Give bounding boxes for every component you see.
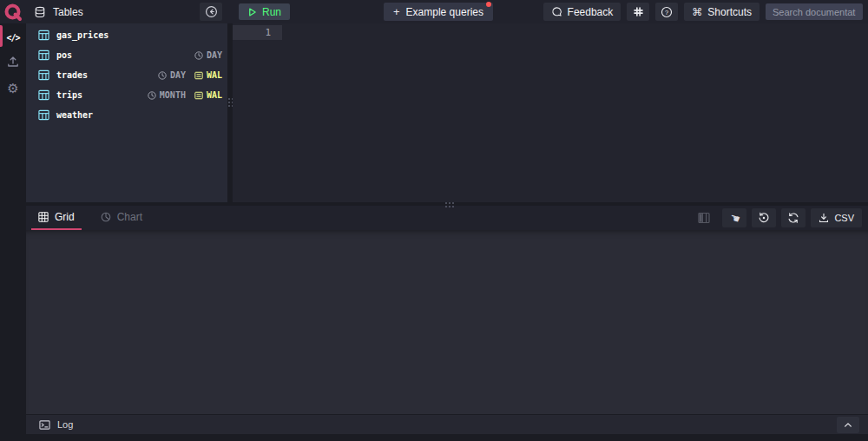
tables-list: gas_prices pos — [26, 23, 227, 202]
table-row-pos[interactable]: pos DAY — [26, 45, 227, 65]
code-icon: </> — [6, 33, 19, 43]
terminal-icon — [39, 419, 50, 431]
history-icon — [758, 212, 770, 224]
slack-icon — [633, 6, 644, 17]
wal-badge: WAL — [194, 70, 222, 80]
toggle-columns-icon — [698, 212, 710, 224]
example-queries-button[interactable]: + Example queries — [384, 3, 493, 21]
left-rail: </> ⚙ — [0, 23, 26, 441]
line-number: 1 — [265, 27, 271, 38]
active-rail-indicator — [0, 25, 3, 47]
upper-zone: gas_prices pos — [26, 23, 868, 202]
questdb-logo-icon — [3, 3, 23, 22]
editor-toolbar: Run + Example queries Feedback — [227, 0, 868, 23]
top-bar: Tables Run + Example queries — [0, 0, 868, 23]
partition-label: DAY — [170, 70, 186, 80]
notification-dot — [486, 2, 491, 7]
partition-badge: MONTH — [148, 90, 186, 100]
expand-log-button[interactable] — [837, 417, 859, 433]
refresh-button[interactable] — [781, 208, 806, 227]
chart-icon — [101, 212, 111, 222]
wal-icon — [194, 71, 203, 80]
plus-icon: + — [393, 5, 400, 18]
table-name: weather — [56, 110, 93, 120]
clock-icon — [158, 71, 167, 80]
topbar-right-group: Feedback ? ⌘ — [543, 3, 868, 21]
jump-to-cursor-button[interactable]: ☛ — [722, 208, 746, 227]
sql-editor[interactable]: 1 — [233, 23, 868, 202]
rail-item-console[interactable]: </> — [0, 26, 26, 49]
rail-item-import[interactable] — [0, 50, 26, 73]
table-icon — [38, 109, 49, 121]
log-bar[interactable]: Log — [26, 414, 868, 434]
partition-badge: DAY — [158, 70, 186, 80]
table-icon — [38, 89, 49, 101]
results-toolbar: Grid Chart — [26, 206, 868, 230]
play-icon — [247, 7, 257, 17]
refresh-icon — [787, 212, 799, 224]
feedback-label: Feedback — [568, 6, 614, 18]
partition-label: MONTH — [160, 90, 186, 100]
results-grid-viewport[interactable] — [26, 230, 868, 414]
help-button[interactable]: ? — [655, 3, 678, 21]
run-button[interactable]: Run — [239, 3, 290, 20]
download-csv-button[interactable]: CSV — [811, 208, 862, 227]
table-name: trades — [56, 70, 88, 80]
questdb-logo[interactable] — [0, 0, 26, 23]
rail-item-settings[interactable]: ⚙ — [0, 76, 26, 99]
main-column: gas_prices pos — [26, 23, 868, 441]
results-panel: Grid Chart — [26, 206, 868, 414]
shortcuts-button[interactable]: ⌘ Shortcuts — [684, 3, 760, 21]
shortcuts-label: Shortcuts — [707, 6, 752, 18]
clock-icon — [194, 51, 203, 60]
table-name: trips — [56, 90, 82, 100]
table-row-gas-prices[interactable]: gas_prices — [26, 25, 227, 45]
horizontal-splitter[interactable] — [26, 202, 868, 206]
results-toolbar-right: ☛ — [698, 208, 862, 227]
table-row-weather[interactable]: weather — [26, 105, 227, 125]
partition-label: DAY — [207, 50, 222, 60]
bottom-strip — [26, 434, 868, 441]
speech-bubble-icon — [551, 6, 562, 17]
grid-tab-label: Grid — [55, 211, 75, 223]
database-icon — [34, 6, 46, 18]
clock-icon — [148, 91, 156, 100]
csv-button-label: CSV — [834, 213, 854, 223]
partition-badge: DAY — [194, 50, 222, 60]
table-icon — [38, 49, 49, 61]
slack-button[interactable] — [627, 3, 649, 21]
wal-label: WAL — [207, 70, 222, 80]
search-documentation-input[interactable] — [766, 3, 863, 20]
upload-icon — [7, 56, 19, 68]
collapse-tables-panel-button[interactable] — [200, 3, 222, 21]
feedback-button[interactable]: Feedback — [543, 3, 621, 21]
example-queries-label: Example queries — [406, 6, 483, 18]
table-icon — [38, 69, 49, 81]
tables-panel-title: Tables — [53, 6, 83, 18]
gear-icon: ⚙ — [7, 82, 18, 95]
pointer-icon: ☛ — [728, 211, 741, 225]
history-button[interactable] — [752, 208, 776, 227]
table-row-trips[interactable]: trips MONTH — [26, 85, 227, 105]
tab-grid[interactable]: Grid — [31, 206, 82, 230]
tables-panel-header: Tables — [26, 0, 227, 23]
app-body: </> ⚙ — [0, 23, 868, 441]
drag-handle-icon — [445, 202, 454, 207]
wal-badge: WAL — [194, 90, 222, 100]
table-name: gas_prices — [56, 30, 108, 40]
questdb-console: Tables Run + Example queries — [0, 0, 868, 441]
wal-icon — [194, 91, 203, 100]
table-icon — [38, 30, 49, 41]
grid-icon — [38, 212, 49, 222]
table-name: pos — [56, 50, 72, 60]
arrow-circle-left-icon — [205, 5, 218, 18]
log-label: Log — [57, 419, 73, 430]
wal-label: WAL — [207, 90, 222, 100]
command-icon: ⌘ — [692, 6, 702, 18]
table-row-trades[interactable]: trades DAY — [26, 65, 227, 85]
run-button-label: Run — [262, 6, 281, 18]
svg-text:?: ? — [665, 8, 668, 16]
tab-chart[interactable]: Chart — [94, 206, 149, 230]
editor-active-line: 1 — [233, 25, 282, 40]
chart-tab-label: Chart — [117, 211, 142, 223]
